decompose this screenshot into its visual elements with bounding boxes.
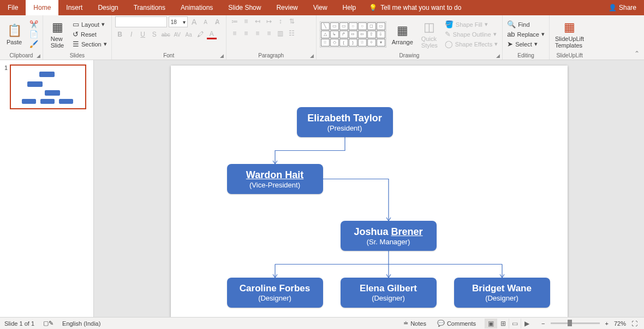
tab-review[interactable]: Review (269, 0, 305, 15)
dialog-launcher-icon[interactable]: ◢ (310, 53, 314, 58)
tab-insert[interactable]: Insert (58, 0, 90, 15)
decrease-indent-button[interactable]: ↤ (253, 16, 263, 26)
reset-button[interactable]: ↺Reset (71, 30, 108, 39)
org-node-n4[interactable]: Caroline Forbes(Designer) (227, 278, 323, 308)
paste-button[interactable]: 📋 Paste (3, 22, 25, 46)
replace-button[interactable]: abReplace ▾ (506, 30, 546, 39)
tab-file[interactable]: File (0, 0, 26, 15)
italic-button[interactable]: I (127, 30, 136, 39)
zoom-in-button[interactable]: + (603, 320, 611, 327)
tell-me-search[interactable]: 💡 Tell me what you want to do (369, 0, 461, 15)
shapes-gallery[interactable]: ╲▭▭○○◻▭ △↳↱⇨⇦⇧⇩ ☆◇{}☆✧▾ (320, 21, 386, 48)
tab-help[interactable]: Help (335, 0, 364, 15)
shape-outline-label: Shape Outline (453, 31, 491, 38)
tab-transitions[interactable]: Transitions (126, 0, 173, 15)
slideuplift-button[interactable]: ▦ SlideUpLift Templates (553, 19, 586, 50)
shape-effects-button[interactable]: ◯Shape Effects ▾ (444, 39, 499, 49)
select-label: Select (515, 41, 532, 48)
quick-styles-button[interactable]: ◫ Quick Styles (419, 19, 440, 50)
strike-button[interactable]: abc (161, 30, 171, 39)
org-node-role: (Designer) (258, 294, 291, 302)
font-color-button[interactable]: A (207, 30, 217, 39)
section-button[interactable]: ☰Section ▾ (71, 39, 108, 49)
font-size-combo[interactable]: 18▾ (169, 16, 188, 27)
find-button[interactable]: 🔍Find (506, 20, 546, 29)
tell-me-label: Tell me what you want to do (380, 4, 461, 11)
change-case-button[interactable]: Aa (184, 30, 194, 39)
org-node-n3[interactable]: Joshua Brener(Sr. Manager) (341, 221, 437, 251)
group-label-paragraph: Paragraph (258, 52, 284, 58)
slide-thumbnail-1[interactable] (10, 64, 86, 109)
reset-label: Reset (81, 31, 97, 38)
notes-button[interactable]: ≐Notes (401, 320, 428, 327)
collapse-ribbon-icon[interactable]: ⌃ (634, 50, 640, 57)
reading-view-button[interactable]: ▭ (509, 319, 521, 328)
status-language[interactable]: English (India) (62, 320, 100, 327)
notes-icon: ≐ (403, 320, 408, 327)
spacing-button[interactable]: AV (172, 30, 182, 39)
shape-fill-button[interactable]: 🪣Shape Fill ▾ (444, 20, 499, 29)
bold-button[interactable]: B (115, 30, 125, 39)
clear-formatting-button[interactable]: A̷ (212, 17, 222, 27)
tab-view[interactable]: View (306, 0, 335, 15)
normal-view-button[interactable]: ▣ (485, 319, 497, 328)
align-right-button[interactable]: ≡ (253, 28, 263, 38)
tab-home[interactable]: Home (26, 0, 58, 15)
highlight-button[interactable]: 🖍 (195, 30, 205, 39)
zoom-out-button[interactable]: − (539, 320, 547, 327)
tab-design[interactable]: Design (90, 0, 126, 15)
align-center-button[interactable]: ≡ (241, 28, 251, 38)
org-node-n5[interactable]: Elena Gilbert(Designer) (341, 278, 437, 308)
justify-button[interactable]: ≡ (264, 28, 274, 38)
new-slide-button[interactable]: ▦ New Slide (46, 19, 68, 50)
zoom-slider[interactable] (551, 322, 600, 324)
cut-button[interactable]: ✂️ (28, 20, 39, 29)
shape-outline-button[interactable]: ✎Shape Outline ▾ (444, 30, 499, 39)
shadow-button[interactable]: S (150, 30, 159, 39)
org-node-n1[interactable]: Elizabeth Taylor(President) (297, 107, 393, 137)
grow-font-button[interactable]: A (189, 17, 199, 27)
shape-effects-label: Shape Effects (455, 41, 492, 48)
numbering-button[interactable]: ≡ (241, 16, 251, 26)
org-node-n2[interactable]: Wardon Hait(Vice-President) (227, 164, 323, 194)
smartart-button[interactable]: ☷ (287, 28, 297, 38)
thumb-number: 1 (4, 64, 8, 313)
org-node-role: (Vice-President) (249, 181, 300, 189)
dialog-launcher-icon[interactable]: ◢ (496, 53, 500, 58)
bullets-button[interactable]: ≔ (230, 16, 240, 26)
align-left-button[interactable]: ≡ (230, 28, 240, 38)
section-icon: ☰ (73, 40, 79, 48)
dialog-launcher-icon[interactable]: ◢ (37, 53, 40, 58)
clipboard-icon: 📋 (7, 24, 22, 38)
shrink-font-button[interactable]: A (201, 17, 211, 27)
scissors-icon: ✂️ (29, 20, 38, 28)
effects-icon: ◯ (445, 40, 453, 48)
font-name-combo[interactable] (115, 16, 167, 27)
dialog-launcher-icon[interactable]: ◢ (220, 53, 224, 58)
spellcheck-button[interactable]: ▢✎ (41, 320, 56, 327)
lightbulb-icon: 💡 (369, 4, 377, 11)
columns-button[interactable]: ▥ (276, 28, 285, 38)
slide-canvas[interactable]: Elizabeth Taylor(President)Wardon Hait(V… (171, 66, 568, 317)
comments-button[interactable]: 💬Comments (435, 320, 478, 327)
underline-button[interactable]: U (138, 30, 148, 39)
arrange-button[interactable]: ▦ Arrange (390, 22, 415, 46)
increase-indent-button[interactable]: ↦ (264, 16, 274, 26)
slide-stage[interactable]: Elizabeth Taylor(President)Wardon Hait(V… (94, 60, 644, 317)
org-node-role: (Sr. Manager) (367, 238, 410, 246)
sorter-view-button[interactable]: ⊞ (497, 319, 509, 328)
layout-button[interactable]: ▭Layout ▾ (71, 20, 108, 29)
templates-icon: ▦ (564, 20, 575, 34)
slideshow-view-button[interactable]: ▶ (521, 319, 533, 328)
format-painter-button[interactable]: 🖌️ (28, 39, 39, 49)
text-direction-button[interactable]: ⇅ (287, 16, 297, 26)
line-spacing-button[interactable]: ↕ (276, 16, 285, 26)
share-button[interactable]: 👤 Share (601, 0, 644, 15)
select-button[interactable]: ➤Select ▾ (506, 39, 546, 49)
tab-slide-show[interactable]: Slide Show (220, 0, 269, 15)
tab-animations[interactable]: Animations (173, 0, 220, 15)
org-node-n6[interactable]: Bridget Wane(Designer) (454, 278, 550, 308)
copy-button[interactable]: 📄 (28, 30, 39, 39)
fit-to-window-button[interactable]: ⛶ (629, 320, 640, 327)
styles-icon: ◫ (424, 20, 435, 34)
